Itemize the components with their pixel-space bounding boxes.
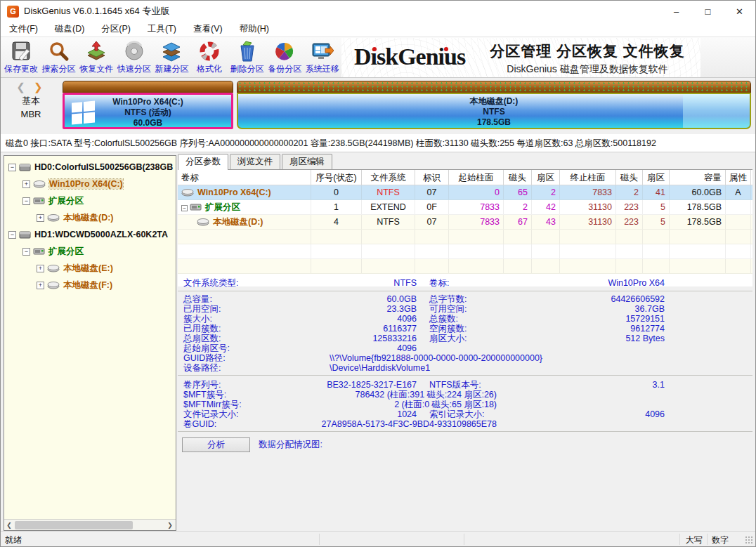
partition-block-body[interactable]: Win10Pro X64(C:)NTFS (活动)60.0GB bbox=[63, 93, 233, 129]
menu-item-2[interactable]: 分区(P) bbox=[93, 23, 139, 35]
tree-item-1[interactable]: +Win10Pro X64(C:) bbox=[22, 176, 123, 192]
partition-block-body[interactable]: 本地磁盘(D:)NTFS178.5GB bbox=[237, 93, 751, 129]
column-header-6[interactable]: 扇区 bbox=[532, 170, 560, 185]
title-bar: G DiskGenius V6.0.1.1645 x64 专业版 – □ ✕ bbox=[1, 1, 755, 22]
detail-value: 36.7GB bbox=[459, 304, 665, 314]
expand-icon[interactable]: + bbox=[37, 265, 44, 272]
tree-item-label: 本地磁盘(E:) bbox=[63, 263, 113, 275]
collapse-icon[interactable]: − bbox=[181, 205, 188, 211]
partition-size: 178.5GB bbox=[238, 117, 750, 128]
tree-item-5[interactable]: −扩展分区 bbox=[22, 244, 84, 259]
detail-value: Win10Pro X64 bbox=[459, 278, 665, 288]
table-cell: 0F bbox=[415, 200, 449, 214]
status-bar: 就绪 大写 数字 bbox=[1, 531, 755, 546]
collapse-icon[interactable]: − bbox=[22, 248, 30, 256]
tree-item-6[interactable]: +本地磁盘(E:) bbox=[37, 261, 113, 276]
format-button[interactable]: 格式化 bbox=[190, 39, 228, 76]
table-cell bbox=[726, 230, 751, 244]
menu-item-3[interactable]: 工具(T) bbox=[139, 23, 185, 35]
column-header-7[interactable]: 终止柱面 bbox=[560, 170, 616, 185]
expand-icon[interactable]: + bbox=[37, 282, 44, 289]
table-cell: 42 bbox=[532, 200, 560, 214]
column-header-0[interactable]: 卷标 bbox=[178, 170, 311, 185]
column-header-8[interactable]: 磁头 bbox=[616, 170, 643, 185]
menu-item-0[interactable]: 文件(F) bbox=[1, 23, 46, 35]
table-cell: 1 bbox=[311, 200, 362, 214]
collapse-icon[interactable]: − bbox=[8, 231, 16, 239]
tree-item-label: 扩展分区 bbox=[48, 195, 84, 207]
windows-logo-pane bbox=[84, 112, 95, 124]
column-header-5[interactable]: 磁头 bbox=[504, 170, 532, 185]
tree-item-7[interactable]: +本地磁盘(F:) bbox=[37, 277, 112, 293]
collapse-icon[interactable]: − bbox=[8, 164, 16, 171]
resize-grip-icon[interactable] bbox=[745, 536, 754, 545]
table-row-0[interactable]: Win10Pro X64(C:)0NTFS070652783324160.0GB… bbox=[178, 185, 752, 200]
search-partition-button[interactable]: 搜索分区 bbox=[40, 39, 78, 76]
recover-files-button[interactable]: 恢复文件 bbox=[77, 39, 115, 76]
menu-item-1[interactable]: 磁盘(D) bbox=[46, 23, 93, 35]
disk-type-label: 基本 bbox=[1, 95, 61, 107]
maximize-button[interactable]: □ bbox=[692, 1, 724, 22]
partition-block-0[interactable]: Win10Pro X64(C:)NTFS (活动)60.0GB bbox=[63, 81, 233, 129]
column-header-11[interactable]: 属性 bbox=[726, 170, 751, 185]
tree-item-4[interactable]: −HD1:WDCWD5000AZLX-60K2TA bbox=[8, 227, 168, 242]
quick-partition-button[interactable]: 快速分区 bbox=[115, 39, 153, 76]
tree-item-3[interactable]: +本地磁盘(D:) bbox=[37, 210, 114, 225]
prev-disk-arrow-icon[interactable]: ❮ bbox=[16, 81, 28, 93]
format-icon bbox=[198, 39, 221, 63]
scrollbar-thumb[interactable] bbox=[15, 521, 133, 529]
system-migrate-button[interactable]: 系统迁移 bbox=[304, 39, 341, 76]
partition-block-1[interactable]: 本地磁盘(D:)NTFS178.5GB bbox=[237, 81, 751, 129]
close-button[interactable]: ✕ bbox=[724, 1, 755, 22]
tab-partition-params[interactable]: 分区参数 bbox=[178, 154, 228, 170]
next-disk-arrow-icon[interactable]: ❯ bbox=[34, 81, 46, 93]
table-row-1[interactable]: −扩展分区1EXTEND0F7833242311302235178.5GB bbox=[178, 200, 752, 215]
detail-value: 4096 bbox=[459, 409, 665, 419]
search-partition-icon bbox=[48, 39, 70, 63]
backup-partition-button[interactable]: 备份分区 bbox=[266, 39, 304, 76]
detail-label: 卷标: bbox=[429, 278, 449, 288]
new-partition-button[interactable]: 新建分区 bbox=[152, 39, 190, 76]
table-cell bbox=[449, 244, 504, 258]
tab-browse-files[interactable]: 浏览文件 bbox=[230, 154, 280, 169]
table-cell bbox=[311, 230, 362, 244]
column-header-4[interactable]: 起始柱面 bbox=[449, 170, 504, 185]
column-header-2[interactable]: 文件系统 bbox=[362, 170, 415, 185]
expand-icon[interactable]: + bbox=[37, 214, 44, 222]
analyze-button[interactable]: 分析 bbox=[182, 437, 250, 452]
expand-icon[interactable]: + bbox=[22, 180, 30, 188]
scroll-right-arrow-icon[interactable]: ❯ bbox=[165, 522, 175, 529]
table-row-2[interactable]: 本地磁盘(D:)4NTFS0778336743311302235178.5GB bbox=[178, 215, 752, 230]
save-changes-button[interactable]: 保存更改 bbox=[2, 39, 40, 76]
table-cell: 7833 bbox=[449, 215, 504, 229]
detail-path-row: 设备路径:\Device\HarddiskVolume1 bbox=[178, 363, 752, 373]
tree-item-2[interactable]: −扩展分区 bbox=[22, 193, 84, 209]
menu-item-4[interactable]: 查看(V) bbox=[185, 23, 231, 35]
table-cell: 65 bbox=[504, 185, 532, 199]
logo-dot-icon bbox=[372, 47, 377, 51]
table-cell: −扩展分区 bbox=[178, 200, 311, 214]
tree-horizontal-scrollbar[interactable]: ❮ ❯ bbox=[4, 519, 176, 530]
table-cell bbox=[311, 244, 362, 258]
system-migrate-icon bbox=[311, 39, 334, 63]
menu-item-5[interactable]: 帮助(H) bbox=[231, 23, 278, 35]
table-cell: 5 bbox=[643, 200, 670, 214]
table-cell bbox=[504, 230, 532, 244]
minimize-button[interactable]: – bbox=[660, 1, 692, 22]
toolbar-button-label: 保存更改 bbox=[4, 63, 38, 75]
tree-item-0[interactable]: −HD0:ColorfulSL500256GB(238GB bbox=[8, 159, 173, 175]
delete-partition-button[interactable]: 删除分区 bbox=[228, 39, 266, 76]
column-header-10[interactable]: 容量 bbox=[670, 170, 726, 185]
extended-icon bbox=[190, 202, 202, 214]
tab-sector-edit[interactable]: 扇区编辑 bbox=[282, 154, 332, 169]
column-header-9[interactable]: 扇区 bbox=[643, 170, 670, 185]
column-header-1[interactable]: 序号(状态) bbox=[311, 170, 362, 185]
column-header-3[interactable]: 标识 bbox=[415, 170, 449, 185]
scroll-left-arrow-icon[interactable]: ❮ bbox=[4, 522, 14, 529]
detail-label: 卷GUID: bbox=[183, 419, 216, 429]
partition-block-header bbox=[237, 81, 751, 93]
partition-scheme-label: MBR bbox=[1, 109, 61, 119]
detail-row: 文件记录大小:1024索引记录大小:4096 bbox=[178, 409, 752, 419]
data-allocation-label: 数据分配情况图: bbox=[259, 439, 322, 451]
collapse-icon[interactable]: − bbox=[22, 197, 30, 205]
